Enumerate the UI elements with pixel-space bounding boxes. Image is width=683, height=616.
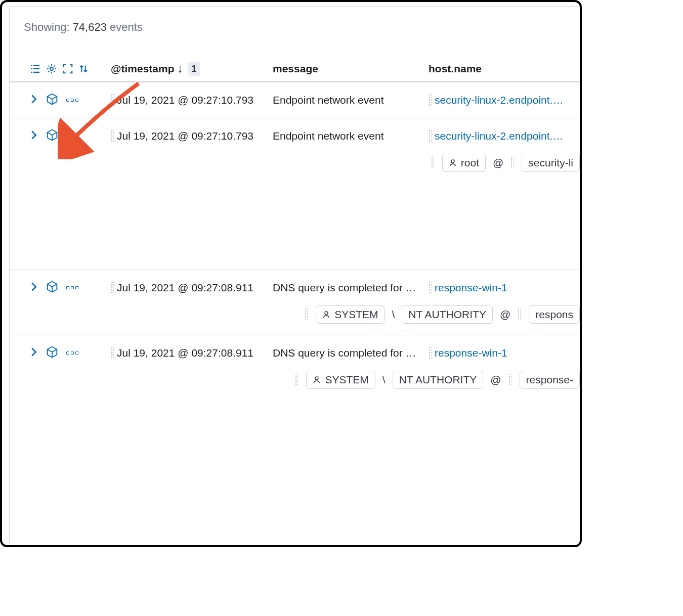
drag-handle-icon[interactable]: [429, 346, 432, 360]
drag-handle-icon[interactable]: [295, 373, 298, 386]
cell-host-link[interactable]: security-linux-2.endpoint.…: [435, 130, 563, 142]
more-actions-icon[interactable]: [66, 99, 78, 102]
domain-pill[interactable]: NT AUTHORITY: [402, 305, 493, 324]
cell-message: Endpoint network event: [273, 94, 383, 106]
at-separator: @: [488, 374, 503, 386]
table-row: Jul 19, 2021 @ 09:27:10.793 Endpoint net…: [10, 82, 580, 118]
summary-count: 74,623: [73, 21, 107, 33]
drag-handle-icon[interactable]: [510, 156, 514, 169]
drag-handle-icon[interactable]: [518, 308, 521, 321]
events-panel: Showing: 74,623 events: [9, 6, 580, 545]
drag-handle-icon[interactable]: [429, 281, 432, 294]
drag-handle-icon[interactable]: [429, 94, 432, 107]
more-actions-icon[interactable]: [66, 135, 78, 138]
col-header-message[interactable]: message: [273, 63, 424, 75]
summary-suffix: events: [107, 21, 143, 33]
cell-message: Endpoint network event: [273, 130, 383, 142]
cell-timestamp: Jul 19, 2021 @ 09:27:10.793: [117, 94, 253, 106]
svg-point-4: [31, 72, 32, 73]
cell-host-link[interactable]: response-win-1: [435, 347, 507, 359]
col-header-timestamp[interactable]: @timestamp ↓ 1: [111, 62, 273, 76]
sort-icon[interactable]: [78, 63, 89, 74]
host-pill[interactable]: respons: [529, 305, 580, 324]
analyze-event-icon[interactable]: [45, 345, 59, 362]
at-separator: @: [491, 157, 505, 169]
svg-point-6: [50, 67, 53, 70]
svg-point-0: [31, 65, 32, 66]
drag-handle-icon[interactable]: [429, 129, 432, 143]
user-pill-label: SYSTEM: [334, 309, 378, 321]
col-host-label: host.name: [429, 63, 482, 74]
backslash-separator: \: [380, 374, 388, 386]
sort-order-badge: 1: [188, 62, 200, 76]
analyze-event-icon[interactable]: [45, 92, 59, 109]
table-header: @timestamp ↓ 1 message host.name: [10, 62, 580, 82]
cell-host-link[interactable]: response-win-1: [435, 282, 507, 294]
table-row: Jul 19, 2021 @ 09:27:08.911 DNS query is…: [10, 335, 580, 400]
summary-prefix: Showing:: [24, 21, 73, 33]
host-pill[interactable]: response-: [520, 371, 580, 389]
domain-pill-label: NT AUTHORITY: [399, 374, 477, 386]
host-pill[interactable]: security-li: [522, 154, 580, 172]
col-message-label: message: [273, 63, 318, 74]
svg-point-7: [451, 160, 454, 163]
analyze-event-icon[interactable]: [45, 128, 59, 145]
domain-pill[interactable]: NT AUTHORITY: [393, 371, 484, 389]
host-pill-label: respons: [535, 309, 573, 321]
cell-message: DNS query is completed for …: [273, 347, 416, 359]
table-row: Jul 19, 2021 @ 09:27:10.793 Endpoint net…: [10, 118, 580, 270]
cell-timestamp: Jul 19, 2021 @ 09:27:08.911: [117, 347, 253, 359]
screenshot-frame: Showing: 74,623 events: [0, 0, 582, 547]
more-actions-icon[interactable]: [66, 286, 78, 289]
expand-row-button[interactable]: [30, 94, 38, 107]
expand-row-button[interactable]: [30, 130, 38, 143]
user-pill[interactable]: root: [442, 154, 486, 172]
host-pill-label: security-li: [528, 157, 573, 169]
table-row: Jul 19, 2021 @ 09:27:08.911 DNS query is…: [10, 270, 580, 335]
user-pill-label: root: [461, 157, 479, 169]
header-controls: [30, 63, 111, 74]
drag-handle-icon[interactable]: [111, 346, 114, 360]
expand-row-button[interactable]: [30, 347, 38, 360]
user-pill[interactable]: SYSTEM: [306, 371, 375, 389]
fullscreen-icon[interactable]: [62, 63, 73, 74]
cell-host-link[interactable]: security-linux-2.endpoint.…: [435, 94, 563, 106]
user-pill-label: SYSTEM: [325, 374, 368, 386]
svg-point-8: [325, 312, 328, 315]
list-icon[interactable]: [30, 63, 41, 74]
results-summary: Showing: 74,623 events: [10, 7, 580, 34]
expand-row-button[interactable]: [30, 282, 38, 294]
analyze-event-icon[interactable]: [45, 280, 59, 296]
events-table: @timestamp ↓ 1 message host.name: [10, 62, 580, 400]
col-timestamp-label: @timestamp: [111, 63, 175, 75]
gear-icon[interactable]: [46, 63, 57, 74]
drag-handle-icon[interactable]: [305, 308, 308, 321]
svg-point-9: [315, 377, 318, 380]
domain-pill-label: NT AUTHORITY: [408, 309, 486, 321]
cell-message: DNS query is completed for …: [273, 282, 416, 293]
col-header-host[interactable]: host.name: [424, 63, 580, 75]
more-actions-icon[interactable]: [66, 351, 78, 355]
cell-timestamp: Jul 19, 2021 @ 09:27:10.793: [117, 130, 253, 142]
sort-desc-icon: ↓: [178, 62, 183, 75]
svg-point-2: [31, 68, 32, 69]
at-separator: @: [498, 309, 513, 321]
drag-handle-icon[interactable]: [508, 373, 511, 386]
drag-handle-icon[interactable]: [111, 94, 114, 107]
drag-handle-icon[interactable]: [111, 281, 114, 294]
drag-handle-icon[interactable]: [431, 156, 434, 169]
host-pill-label: response-: [526, 374, 573, 386]
drag-handle-icon[interactable]: [111, 129, 114, 143]
user-pill[interactable]: SYSTEM: [316, 305, 385, 324]
backslash-separator: \: [390, 309, 397, 321]
cell-timestamp: Jul 19, 2021 @ 09:27:08.911: [117, 282, 253, 294]
